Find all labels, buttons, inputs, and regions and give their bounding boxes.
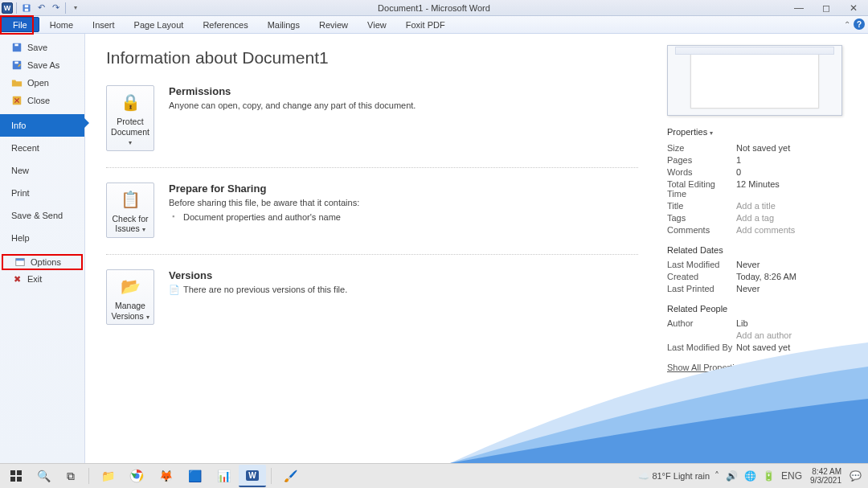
taskbar-chrome[interactable] <box>123 465 150 487</box>
section-heading: Versions <box>169 269 347 281</box>
tab-insert[interactable]: Insert <box>83 16 125 33</box>
prop-row-add-author: Add an author <box>667 329 855 341</box>
sidebar-item-label: Save <box>27 43 47 52</box>
close-button[interactable]: ✕ <box>842 2 865 14</box>
save-icon <box>11 42 23 53</box>
sidebar-item-label: Open <box>27 78 49 88</box>
sidebar-item-options[interactable]: Options <box>2 254 83 270</box>
tray-battery-icon[interactable]: 🔋 <box>761 470 776 482</box>
tray-chevron-icon[interactable]: ˄ <box>713 470 721 482</box>
sidebar-item-save[interactable]: Save <box>0 39 84 56</box>
button-label: Manage Versions <box>111 301 145 321</box>
taskbar-app1[interactable]: 🟦 <box>181 465 208 487</box>
document-preview <box>667 45 842 116</box>
tray-lang[interactable]: ENG <box>780 470 804 482</box>
close-doc-icon <box>11 95 23 106</box>
search-button[interactable]: 🔍 <box>31 465 56 487</box>
sharing-bullet: Document properties and author's name <box>169 212 359 222</box>
notifications-button[interactable]: 💬 <box>848 470 863 482</box>
check-issues-button[interactable]: 📋 Check for Issues ▾ <box>106 182 154 238</box>
windows-taskbar: 🔍 ⧉ 📁 🦊 🟦 📊 W 🖌️ ☁️ 81°F Light rain ˄ 🔊 … <box>0 463 868 488</box>
sidebar-item-label: New <box>11 166 29 175</box>
tab-mailings[interactable]: Mailings <box>258 16 309 33</box>
folder-open-icon <box>11 77 23 88</box>
tab-references[interactable]: References <box>193 16 257 33</box>
taskbar-excel[interactable]: 📊 <box>210 465 237 487</box>
taskbar-explorer[interactable]: 📁 <box>94 465 121 487</box>
minimize-button[interactable]: — <box>788 2 810 14</box>
taskbar-clock[interactable]: 8:42 AM 9/3/2021 <box>807 467 845 485</box>
svg-rect-12 <box>10 477 15 482</box>
qat-separator <box>65 2 66 14</box>
tab-home[interactable]: Home <box>40 16 83 33</box>
sidebar-item-label: Recent <box>11 143 39 153</box>
tray-network-icon[interactable]: 🌐 <box>743 470 758 482</box>
window-controls: — ◻ ✕ <box>788 2 865 14</box>
qat-redo-button[interactable]: ↷ <box>49 2 62 14</box>
sidebar-item-open[interactable]: Open <box>0 74 84 92</box>
versions-text: Versions 📄There are no previous versions… <box>169 269 347 325</box>
manage-versions-button[interactable]: 📂 Manage Versions ▾ <box>106 269 154 325</box>
protect-document-button[interactable]: 🔒 Protect Document ▾ <box>106 85 154 151</box>
prop-row-last-modified: Last ModifiedNever <box>667 258 855 270</box>
help-icon[interactable]: ? <box>854 18 865 30</box>
weather-widget[interactable]: ☁️ 81°F Light rain <box>638 471 710 482</box>
qat-separator <box>16 2 17 14</box>
taskbar-firefox[interactable]: 🦊 <box>152 465 179 487</box>
window-title: Document1 - Microsoft Word <box>378 3 490 13</box>
doc-icon: 📄 <box>169 285 180 296</box>
sidebar-item-close[interactable]: Close <box>0 92 84 109</box>
sidebar-item-save-send[interactable]: Save & Send <box>0 204 84 227</box>
tray-volume-icon[interactable]: 🔊 <box>724 470 739 482</box>
options-icon <box>14 256 26 268</box>
qat-undo-button[interactable]: ↶ <box>35 2 47 14</box>
permissions-section: 🔒 Protect Document ▾ Permissions Anyone … <box>106 85 638 168</box>
sidebar-item-new[interactable]: New <box>0 159 84 182</box>
svg-rect-2 <box>25 8 29 10</box>
exit-icon: ✖ <box>11 273 23 285</box>
sidebar-item-print[interactable]: Print <box>0 182 84 204</box>
tab-foxit-pdf[interactable]: Foxit PDF <box>396 16 455 33</box>
properties-list: SizeNot saved yet Pages1 Words0 Total Ed… <box>667 141 855 236</box>
tab-page-layout[interactable]: Page Layout <box>125 16 194 33</box>
sidebar-item-label: Help <box>11 233 30 243</box>
prop-row-size: SizeNot saved yet <box>667 141 855 154</box>
show-all-properties-link[interactable]: Show All Properties <box>667 363 743 372</box>
sidebar-item-label: Close <box>27 96 50 105</box>
ribbon-minimize-icon[interactable]: ⌃ <box>844 20 850 29</box>
taskbar-app2[interactable]: 🖌️ <box>276 465 304 487</box>
properties-dropdown[interactable]: Properties ▾ <box>667 127 855 137</box>
qat-save-button[interactable] <box>20 2 33 14</box>
sidebar-item-label: Exit <box>27 274 42 284</box>
taskbar-word[interactable]: W <box>239 465 266 487</box>
tab-file[interactable]: File <box>1 17 39 32</box>
sidebar-item-info[interactable]: Info <box>0 114 84 137</box>
sidebar-item-exit[interactable]: ✖ Exit <box>0 270 84 288</box>
task-view-button[interactable]: ⧉ <box>58 465 84 487</box>
word-app-icon: W <box>2 2 13 14</box>
start-button[interactable] <box>3 465 29 487</box>
save-as-icon <box>11 59 23 71</box>
maximize-button[interactable]: ◻ <box>815 2 837 14</box>
sidebar-item-save-as[interactable]: Save As <box>0 56 84 74</box>
versions-icon: 📂 <box>119 277 141 296</box>
sidebar-item-recent[interactable]: Recent <box>0 137 84 159</box>
sidebar-item-label: Print <box>11 188 30 198</box>
section-desc: Before sharing this file, be aware that … <box>169 198 359 207</box>
quick-access-toolbar: W ↶ ↷ ▾ <box>0 2 82 14</box>
svg-rect-1 <box>25 5 29 7</box>
tab-review[interactable]: Review <box>309 16 358 33</box>
related-people-heading: Related People <box>667 304 855 314</box>
sidebar-item-help[interactable]: Help <box>0 227 84 249</box>
section-heading: Prepare for Sharing <box>169 182 359 195</box>
sidebar-item-label: Info <box>11 121 26 130</box>
tab-view[interactable]: View <box>358 16 396 33</box>
section-desc: 📄There are no previous versions of this … <box>169 285 347 296</box>
info-panel: Information about Document1 🔒 Protect Do… <box>85 34 659 463</box>
prop-row-tags: TagsAdd a tag <box>667 211 855 223</box>
svg-rect-9 <box>16 259 25 261</box>
sidebar-item-label: Save As <box>27 60 59 70</box>
inspect-icon: 📋 <box>119 190 141 209</box>
qat-customize-button[interactable]: ▾ <box>69 2 82 14</box>
section-desc: Anyone can open, copy, and change any pa… <box>169 100 416 110</box>
